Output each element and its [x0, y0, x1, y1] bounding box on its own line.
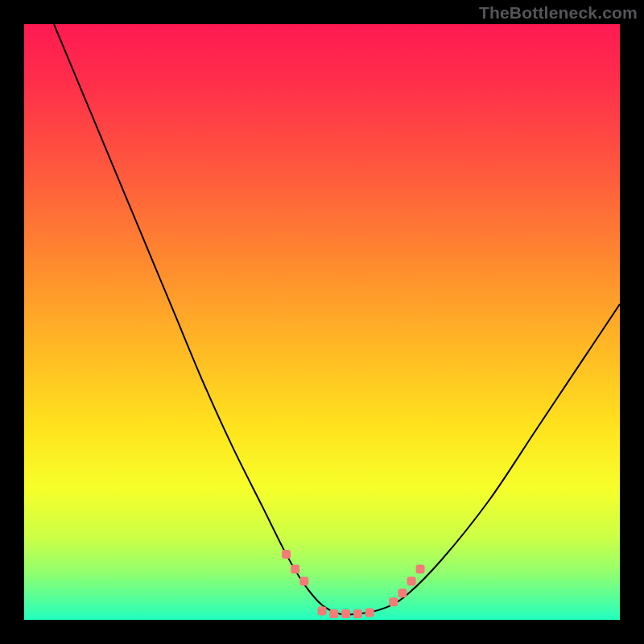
curve-marker [398, 588, 407, 597]
curve-marker [353, 609, 362, 618]
curve-marker [365, 609, 374, 617]
curve-marker [341, 609, 350, 618]
curve-marker [416, 565, 425, 574]
watermark-text: TheBottleneck.com [479, 3, 638, 23]
curve-marker [282, 550, 291, 559]
curve-marker [291, 565, 299, 574]
curve-marker [407, 576, 416, 585]
curve-marker [318, 606, 327, 615]
curve-marker [389, 597, 398, 606]
curve-marker [329, 609, 338, 618]
plot-area [24, 24, 620, 620]
chart-frame: TheBottleneck.com [0, 0, 644, 644]
chart-svg [24, 24, 620, 620]
curve-marker [299, 576, 308, 585]
gradient-background [24, 24, 620, 620]
